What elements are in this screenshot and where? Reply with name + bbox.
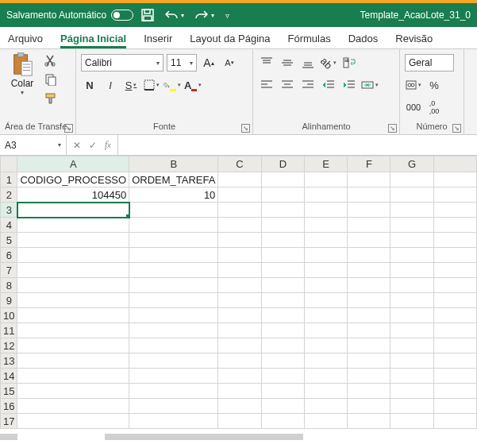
cell[interactable] [129,338,218,353]
tab-inserir[interactable]: Inserir [144,33,172,48]
cell[interactable] [261,278,304,293]
cell[interactable] [261,353,304,369]
redo-dropdown-icon[interactable]: ▾ [211,12,214,19]
cell[interactable] [17,353,129,369]
cell[interactable] [218,369,261,384]
decrease-indent-icon[interactable] [320,76,337,94]
name-box[interactable]: A3 ▾ [0,135,67,155]
align-bottom-icon[interactable] [299,54,317,71]
row-header[interactable]: 11 [1,323,17,338]
cell[interactable] [433,278,476,293]
align-left-icon[interactable] [258,76,275,94]
cell[interactable] [433,308,476,323]
cell[interactable]: 10 [129,187,218,203]
cell[interactable] [348,187,390,203]
tab-formulas[interactable]: Fórmulas [288,33,331,48]
cell[interactable] [218,218,261,233]
bold-button[interactable]: N [81,76,98,94]
column-header[interactable]: G [390,156,433,172]
row-header[interactable]: 17 [1,414,17,429]
cell[interactable] [348,308,390,323]
cell[interactable] [17,248,129,263]
cell[interactable] [129,399,218,414]
cut-icon[interactable] [44,54,57,67]
increase-font-icon[interactable]: A▴ [200,54,217,71]
cell[interactable] [17,338,129,353]
cell[interactable] [218,187,261,203]
row-header[interactable]: 2 [1,187,17,203]
tab-dados[interactable]: Dados [348,33,379,48]
cell[interactable] [218,278,261,293]
cell[interactable] [261,323,304,338]
redo-icon[interactable] [195,9,208,21]
cell[interactable] [305,384,348,399]
cell[interactable] [261,308,304,323]
cell[interactable] [390,369,433,384]
cell[interactable] [261,172,304,187]
cell[interactable] [390,414,433,429]
column-header[interactable]: D [261,156,304,172]
cell[interactable] [390,203,433,218]
enter-formula-icon[interactable]: ✓ [89,140,97,151]
row-header[interactable]: 13 [1,353,17,369]
cell[interactable] [261,248,304,263]
cell[interactable] [129,323,218,338]
cell[interactable] [129,218,218,233]
cell[interactable] [348,233,390,248]
name-box-dropdown-icon[interactable]: ▾ [58,141,61,149]
alignment-launcher-icon[interactable]: ↘ [388,124,397,133]
cell[interactable] [17,203,129,218]
font-name-combo[interactable]: Calibri▾ [81,54,163,71]
cell[interactable] [305,278,348,293]
wrap-text-icon[interactable]: ab [340,54,358,71]
cell[interactable]: 104450 [17,187,129,203]
tab-layout[interactable]: Layout da Página [190,33,270,48]
cell[interactable] [305,338,348,353]
cell[interactable] [17,308,129,323]
cell[interactable] [348,353,390,369]
row-header[interactable]: 9 [1,293,17,308]
cell[interactable] [261,369,304,384]
number-launcher-icon[interactable]: ↘ [452,124,461,133]
cell[interactable] [218,172,261,187]
cell[interactable] [17,369,129,384]
cell[interactable] [305,308,348,323]
row-header[interactable]: 1 [1,172,17,187]
cell[interactable] [348,203,390,218]
cell[interactable] [17,293,129,308]
cancel-formula-icon[interactable]: ✕ [73,140,81,151]
cell[interactable] [129,369,218,384]
cell[interactable] [348,399,390,414]
cell[interactable] [433,323,476,338]
cell[interactable] [261,218,304,233]
cell[interactable] [390,218,433,233]
cell[interactable] [129,233,218,248]
cell[interactable] [390,399,433,414]
cell[interactable] [348,384,390,399]
fill-color-button[interactable] [163,76,181,94]
cell[interactable] [305,248,348,263]
cell[interactable] [218,293,261,308]
cell[interactable] [348,172,390,187]
row-header[interactable]: 8 [1,278,17,293]
spreadsheet-grid[interactable]: ABCDEFG1CODIGO_PROCESSOORDEM_TAREFA21044… [0,156,477,442]
column-header[interactable]: B [129,156,218,172]
cell[interactable] [390,278,433,293]
number-format-combo[interactable]: Geral [405,54,454,71]
cell[interactable] [390,263,433,278]
cell[interactable] [433,218,476,233]
cell[interactable] [433,172,476,187]
row-header[interactable]: 6 [1,248,17,263]
accounting-format-icon[interactable] [405,76,422,94]
row-header[interactable]: 10 [1,308,17,323]
copy-icon[interactable] [44,73,57,86]
cell[interactable] [17,323,129,338]
cell[interactable] [390,248,433,263]
row-header[interactable]: 15 [1,384,17,399]
cell[interactable] [129,248,218,263]
cell[interactable] [218,353,261,369]
cell[interactable] [348,248,390,263]
cell[interactable] [218,338,261,353]
column-header[interactable]: A [17,156,129,172]
align-middle-icon[interactable] [279,54,296,71]
